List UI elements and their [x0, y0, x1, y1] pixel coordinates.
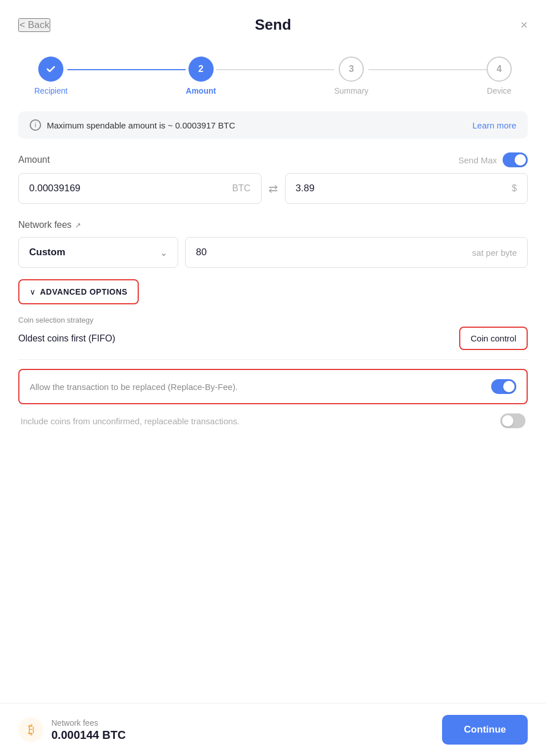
footer-left: ₿ Network fees 0.000144 BTC	[18, 717, 126, 742]
step-recipient: Recipient	[34, 57, 67, 95]
footer-fees-label: Network fees	[51, 718, 126, 727]
usd-unit: $	[512, 183, 517, 194]
rbf-toggle[interactable]	[491, 379, 516, 394]
unconfirmed-row: Include coins from unconfirmed, replacea…	[18, 413, 528, 428]
page-title: Send	[255, 16, 291, 34]
rbf-row: Allow the transaction to be replaced (Re…	[18, 369, 528, 404]
fee-dropdown-chevron: ⌄	[160, 247, 167, 258]
divider-1	[18, 359, 528, 360]
step-line-2	[216, 69, 334, 70]
send-max-toggle[interactable]	[503, 152, 528, 167]
fee-dropdown-label: Custom	[29, 247, 65, 258]
step-line-1	[67, 69, 186, 70]
coin-selection-title: Coin selection strategy	[18, 316, 528, 324]
step-line-3	[368, 69, 487, 70]
step-amount: 2 Amount	[186, 57, 216, 95]
amount-label: Amount	[18, 155, 50, 165]
step-label-recipient: Recipient	[34, 86, 67, 95]
unconfirmed-toggle[interactable]	[500, 413, 525, 428]
coin-selection-value: Oldest coins first (FIFO)	[18, 333, 115, 344]
unconfirmed-toggle-knob	[502, 415, 513, 427]
advanced-chevron-icon: ∨	[30, 287, 35, 296]
step-device: 4 Device	[487, 57, 512, 95]
unconfirmed-label: Include coins from unconfirmed, replacea…	[21, 416, 240, 426]
network-fees-label: Network fees ↗	[18, 220, 528, 230]
footer-fees-info: Network fees 0.000144 BTC	[51, 718, 126, 742]
step-label-amount: Amount	[186, 86, 216, 95]
btc-icon: ₿	[18, 717, 43, 742]
btc-unit: BTC	[232, 183, 251, 194]
swap-icon[interactable]: ⇄	[268, 182, 278, 195]
info-banner: i Maximum spendable amount is ~ 0.000391…	[18, 111, 528, 139]
toggle-knob	[515, 154, 526, 166]
footer: ₿ Network fees 0.000144 BTC Continue	[0, 703, 546, 756]
advanced-options-label: ADVANCED OPTIONS	[40, 287, 127, 296]
main-content: i Maximum spendable amount is ~ 0.000391…	[0, 111, 546, 703]
btc-input-box[interactable]: 0.00039169 BTC	[18, 173, 262, 204]
info-icon: i	[30, 119, 41, 131]
step-summary: 3 Summary	[334, 57, 368, 95]
step-label-summary: Summary	[334, 86, 368, 95]
step-circle-recipient	[38, 57, 63, 82]
continue-button[interactable]: Continue	[442, 715, 528, 745]
step-circle-amount: 2	[188, 57, 214, 82]
btc-value: 0.00039169	[29, 183, 81, 194]
info-banner-text: i Maximum spendable amount is ~ 0.000391…	[30, 119, 235, 131]
external-link-icon[interactable]: ↗	[75, 221, 81, 230]
fees-row: Custom ⌄ 80 sat per byte	[18, 237, 528, 268]
send-modal: < Back Send × Recipient 2 Amount 3	[0, 0, 546, 756]
fee-dropdown[interactable]: Custom ⌄	[18, 237, 178, 268]
stepper: Recipient 2 Amount 3 Summary 4 Device	[0, 43, 546, 111]
rbf-toggle-knob	[503, 381, 515, 392]
usd-input-box[interactable]: 3.89 $	[285, 173, 528, 204]
coin-selection-row: Oldest coins first (FIFO) Coin control	[18, 327, 528, 350]
step-circle-device: 4	[487, 57, 512, 82]
coin-selection-section: Coin selection strategy Oldest coins fir…	[18, 316, 528, 350]
modal-header: < Back Send ×	[0, 0, 546, 43]
btc-symbol: ₿	[28, 722, 34, 737]
learn-more-link[interactable]: Learn more	[472, 120, 516, 130]
amount-inputs: 0.00039169 BTC ⇄ 3.89 $	[18, 173, 528, 204]
rbf-label: Allow the transaction to be replaced (Re…	[30, 382, 491, 392]
fee-value: 80	[196, 247, 207, 258]
coin-control-button[interactable]: Coin control	[459, 327, 528, 350]
fee-unit: sat per byte	[472, 248, 517, 258]
send-max-row: Send Max	[458, 152, 528, 167]
amount-row: Amount Send Max	[18, 152, 528, 167]
fee-input-box[interactable]: 80 sat per byte	[185, 237, 528, 268]
step-circle-summary: 3	[339, 57, 364, 82]
footer-fees-value: 0.000144 BTC	[51, 729, 126, 742]
usd-value: 3.89	[296, 183, 315, 194]
back-button[interactable]: < Back	[18, 18, 50, 32]
max-spendable-text: Maximum spendable amount is ~ 0.0003917 …	[47, 120, 235, 130]
step-label-device: Device	[487, 86, 512, 95]
send-max-label: Send Max	[458, 155, 497, 165]
close-button[interactable]: ×	[520, 18, 528, 33]
advanced-options-button[interactable]: ∨ ADVANCED OPTIONS	[18, 279, 139, 304]
